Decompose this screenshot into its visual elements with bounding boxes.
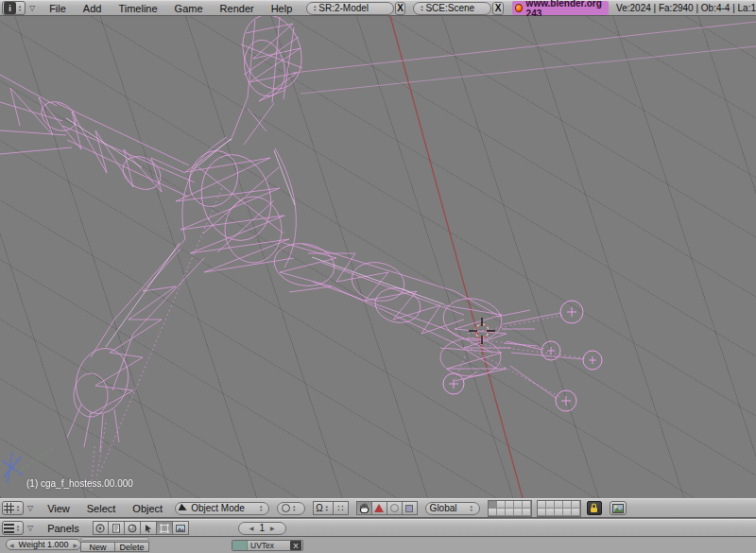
- object-icon: [144, 524, 153, 533]
- mode-dropdown[interactable]: Object Mode ▲▼: [175, 502, 269, 515]
- buttons-window-content: ◀ Weight 1.000 ▶ New Delete UVTex X: [0, 537, 756, 553]
- dots-icon: ∷: [337, 503, 343, 513]
- blender-version-banner: www.blender.org 243: [512, 1, 609, 15]
- editing-context-button[interactable]: [157, 521, 173, 535]
- uvtex-active-swatch[interactable]: [232, 541, 248, 550]
- menu-game[interactable]: Game: [166, 3, 212, 14]
- scene-context-button[interactable]: [173, 521, 189, 535]
- pivot-icon: Ω: [316, 503, 322, 513]
- uvtex-delete-button[interactable]: X: [290, 541, 301, 550]
- layer-toggle[interactable]: [514, 509, 523, 516]
- layer-toggle[interactable]: [506, 509, 514, 516]
- lock-icon: [590, 503, 598, 513]
- layer-toggle[interactable]: [538, 501, 546, 509]
- weight-slider[interactable]: ◀ Weight 1.000 ▶: [6, 539, 81, 550]
- menu-object[interactable]: Object: [124, 503, 171, 514]
- layer-toggle[interactable]: [506, 501, 514, 509]
- vertex-group-delete-button[interactable]: Delete: [114, 542, 149, 552]
- collapse-menu-icon[interactable]: ▽: [29, 4, 35, 12]
- slider-increment-icon[interactable]: ▶: [73, 542, 77, 548]
- layer-toggle[interactable]: [572, 509, 580, 516]
- layer-toggle[interactable]: [538, 509, 546, 516]
- scale-manipulator-button[interactable]: [403, 501, 418, 515]
- slider-decrement-icon[interactable]: ◀: [9, 542, 14, 548]
- layer-toggle[interactable]: [523, 509, 531, 516]
- collapse-menu-icon[interactable]: ▽: [27, 504, 33, 512]
- scene-selector[interactable]: ▲▼ SCE:Scene: [413, 2, 491, 15]
- scene-statistics: Ve:2024 | Fa:2940 | Ob:4-4 | La:1: [616, 3, 756, 13]
- screen-selector-value: SR:2-Model: [318, 3, 369, 13]
- screen-selector-arrows-icon: ▲▼: [313, 5, 317, 12]
- render-preview-icon: [612, 504, 624, 513]
- uv-texture-row: UVTex X: [232, 540, 303, 551]
- manipulator-toggle[interactable]: [356, 501, 372, 515]
- wireframe-model: [0, 16, 756, 498]
- object-mode-icon: [179, 503, 189, 513]
- layer-toggle[interactable]: [523, 501, 531, 509]
- weight-slider-value: Weight 1.000: [19, 540, 69, 549]
- menu-add[interactable]: Add: [75, 3, 111, 14]
- layer-toggle[interactable]: [489, 501, 497, 509]
- editor-type-arrows-icon: ▲▼: [16, 505, 20, 512]
- panels-menu[interactable]: Panels: [39, 523, 93, 534]
- buttons-editor-icon: [4, 524, 14, 533]
- orientation-dropdown[interactable]: Global ▲▼: [425, 502, 480, 515]
- screen-selector[interactable]: ▲▼ SR:2-Model: [306, 2, 393, 15]
- orientation-value: Global: [430, 503, 468, 513]
- window-type-button[interactable]: i ▲▼: [2, 1, 26, 15]
- window-type-arrows-icon: ▲▼: [18, 5, 22, 12]
- screen-delete-button[interactable]: X: [395, 2, 406, 15]
- blender-window: i ▲▼ ▽ File Add Timeline Game Render Hel…: [0, 0, 756, 553]
- blender-logo-icon: [515, 4, 523, 12]
- layer-toggle[interactable]: [572, 501, 580, 509]
- frame-decrement-icon[interactable]: ◀: [244, 525, 260, 531]
- active-object-label: (1) cga_f_hostess.00.000: [26, 478, 133, 489]
- layer-toggle[interactable]: [497, 509, 506, 516]
- lock-layers-button[interactable]: [587, 501, 602, 515]
- logic-icon: [95, 524, 105, 533]
- pivot-align-toggle[interactable]: ∷: [334, 501, 349, 515]
- draw-type-dropdown[interactable]: ▲▼: [277, 502, 305, 515]
- vertex-group-new-button[interactable]: New: [80, 542, 115, 552]
- menu-timeline[interactable]: Timeline: [110, 3, 165, 14]
- logic-context-button[interactable]: [93, 521, 109, 535]
- menu-help[interactable]: Help: [263, 3, 301, 14]
- layer-toggle[interactable]: [555, 501, 563, 509]
- scene-delete-button[interactable]: X: [492, 2, 504, 15]
- layer-toggle[interactable]: [497, 501, 506, 509]
- bone-circle-shapes: [443, 301, 602, 411]
- menu-view[interactable]: View: [39, 503, 78, 514]
- editor-type-button-3dview[interactable]: ▲▼: [2, 501, 24, 515]
- grid-editor-icon: [4, 503, 14, 513]
- scene-selector-arrows-icon: ▲▼: [420, 5, 423, 12]
- editing-icon: [160, 524, 169, 533]
- layer-toggle[interactable]: [546, 501, 555, 509]
- viewport-3d[interactable]: (1) cga_f_hostess.00.000: [0, 16, 756, 498]
- layer-toggle[interactable]: [563, 509, 572, 516]
- frame-number-stepper[interactable]: ◀ 1 ▶: [238, 522, 286, 535]
- panel-top-edge: [80, 537, 149, 541]
- menu-render[interactable]: Render: [212, 3, 263, 14]
- render-this-window-button[interactable]: [610, 501, 627, 515]
- translate-manipulator-button[interactable]: [372, 501, 387, 515]
- uvtex-name-field[interactable]: UVTex: [248, 541, 290, 550]
- object-context-button[interactable]: [141, 521, 157, 535]
- editor-type-button-buttons[interactable]: ▲▼: [2, 521, 24, 535]
- layer-toggle[interactable]: [489, 509, 497, 516]
- draw-type-icon: [282, 504, 290, 512]
- menu-file[interactable]: File: [41, 3, 75, 14]
- collapse-menu-icon[interactable]: ▽: [27, 524, 33, 532]
- layer-toggle[interactable]: [563, 501, 572, 509]
- layer-toggle[interactable]: [555, 509, 563, 516]
- layer-toggle[interactable]: [546, 509, 555, 516]
- menu-select[interactable]: Select: [78, 503, 125, 514]
- layer-toggle[interactable]: [514, 501, 523, 509]
- script-icon: [112, 524, 121, 533]
- buttons-window-header: ▲▼ ▽ Panels: [0, 519, 756, 537]
- shading-icon: [128, 524, 137, 533]
- frame-increment-icon[interactable]: ▶: [265, 525, 281, 531]
- pivot-dropdown[interactable]: Ω ▲▼: [313, 501, 333, 515]
- shading-context-button[interactable]: [125, 521, 141, 535]
- rotate-manipulator-button[interactable]: [387, 501, 403, 515]
- script-context-button[interactable]: [109, 521, 125, 535]
